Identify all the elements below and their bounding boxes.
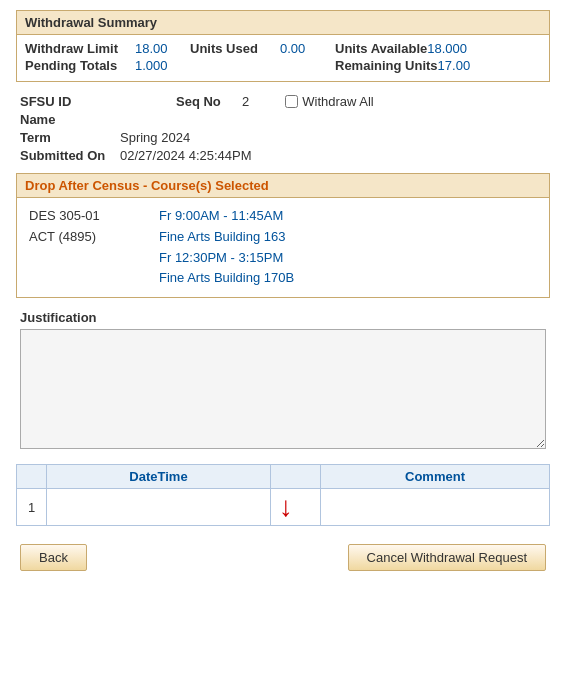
col-arrow (271, 465, 321, 489)
button-row: Back Cancel Withdrawal Request (16, 538, 550, 571)
justification-textarea[interactable] (20, 329, 546, 449)
col-datetime: DateTime (47, 465, 271, 489)
course-detail-1: Fr 9:00AM - 11:45AM (159, 206, 294, 227)
col-row-num (17, 465, 47, 489)
term-row: Term Spring 2024 (20, 130, 546, 145)
course-body: DES 305-01 ACT (4895) Fr 9:00AM - 11:45A… (17, 198, 549, 297)
units-used-label: Units Used (190, 41, 280, 56)
withdraw-all-checkbox[interactable] (285, 95, 298, 108)
history-table: DateTime Comment 1 ↓ (16, 464, 550, 526)
withdraw-all-container: Withdraw All (285, 94, 374, 109)
submitted-value: 02/27/2024 4:25:44PM (120, 148, 252, 163)
course-codes: DES 305-01 ACT (4895) (29, 206, 139, 289)
back-button[interactable]: Back (20, 544, 87, 571)
course-code-2: ACT (4895) (29, 227, 139, 248)
course-detail-3: Fr 12:30PM - 3:15PM (159, 248, 294, 269)
course-detail-2: Fine Arts Building 163 (159, 227, 294, 248)
summary-row-2: Pending Totals 1.000 Remaining Units 17.… (25, 58, 541, 73)
withdrawal-summary-box: Withdrawal Summary Withdraw Limit 18.00 … (16, 10, 550, 82)
cancel-withdrawal-button[interactable]: Cancel Withdrawal Request (348, 544, 546, 571)
justification-section: Justification (16, 310, 550, 452)
summary-header: Withdrawal Summary (17, 11, 549, 35)
withdraw-limit-label: Withdraw Limit (25, 41, 135, 56)
pending-totals-label: Pending Totals (25, 58, 135, 73)
course-header: Drop After Census - Course(s) Selected (17, 174, 549, 198)
submitted-row: Submitted On 02/27/2024 4:25:44PM (20, 148, 546, 163)
seq-no-label: Seq No (176, 94, 226, 109)
remaining-units-value: 17.00 (438, 58, 493, 73)
course-details: Fr 9:00AM - 11:45AM Fine Arts Building 1… (159, 206, 294, 289)
seq-no-value: 2 (242, 94, 249, 109)
name-label: Name (20, 112, 120, 127)
row-datetime-1 (47, 489, 271, 526)
pending-totals-value: 1.000 (135, 58, 190, 73)
row-arrow-1: ↓ (271, 489, 321, 526)
sfsu-id-label: SFSU ID (20, 94, 120, 109)
withdraw-limit-value: 18.00 (135, 41, 190, 56)
row-num-1: 1 (17, 489, 47, 526)
info-section: SFSU ID Seq No 2 Withdraw All Name Term … (16, 94, 550, 163)
units-available-value: 18.000 (427, 41, 482, 56)
remaining-units-label: Remaining Units (335, 58, 438, 73)
withdraw-all-label: Withdraw All (302, 94, 374, 109)
units-used-value: 0.00 (280, 41, 335, 56)
table-row: 1 ↓ (17, 489, 550, 526)
term-label: Term (20, 130, 120, 145)
summary-row-1: Withdraw Limit 18.00 Units Used 0.00 Uni… (25, 41, 541, 56)
term-value: Spring 2024 (120, 130, 190, 145)
down-arrow-icon: ↓ (279, 493, 293, 521)
course-code-1: DES 305-01 (29, 206, 139, 227)
col-comment: Comment (321, 465, 550, 489)
name-row: Name (20, 112, 546, 127)
justification-label: Justification (20, 310, 546, 325)
sfsu-seq-row: SFSU ID Seq No 2 Withdraw All (20, 94, 546, 109)
row-comment-1 (321, 489, 550, 526)
summary-body: Withdraw Limit 18.00 Units Used 0.00 Uni… (17, 35, 549, 81)
units-available-label: Units Available (335, 41, 427, 56)
page-wrapper: Withdrawal Summary Withdraw Limit 18.00 … (0, 0, 566, 587)
course-box: Drop After Census - Course(s) Selected D… (16, 173, 550, 298)
submitted-label: Submitted On (20, 148, 120, 163)
course-detail-4: Fine Arts Building 170B (159, 268, 294, 289)
